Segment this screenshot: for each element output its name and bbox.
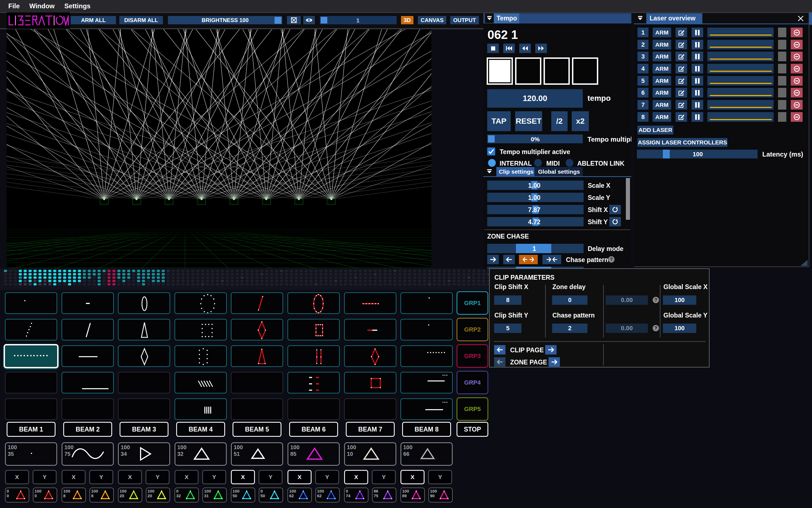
svg-text:4: 4 [199,193,201,198]
svg-text:7: 7 [296,193,298,198]
svg-text:5: 5 [232,193,234,198]
svg-text:8: 8 [329,193,331,198]
svg-text:6: 6 [264,193,266,198]
svg-text:1: 1 [102,193,104,198]
svg-text:2: 2 [134,193,136,198]
svg-text:3: 3 [167,193,169,198]
